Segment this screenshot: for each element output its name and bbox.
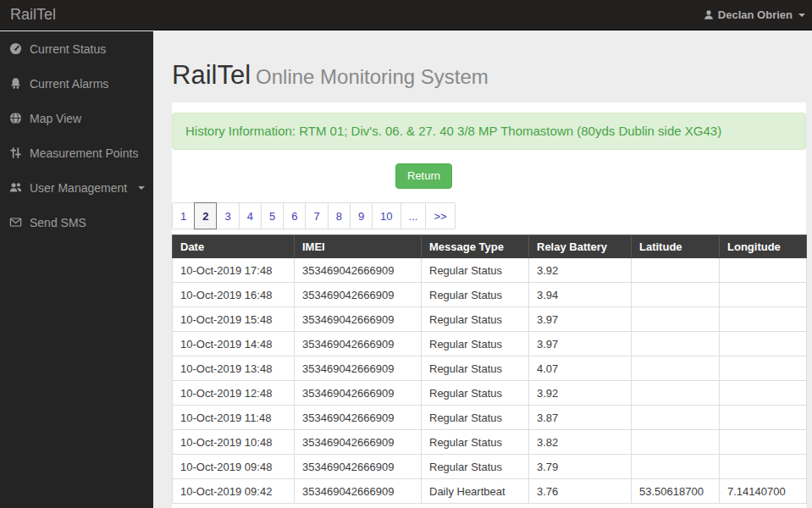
table-cell: Regular Status [422,430,529,455]
table-cell [720,356,807,381]
sidebar-item-send-sms[interactable]: Send SMS [0,205,153,240]
table-cell: Daily Heartbeat [422,479,529,504]
sidebar-item-measurement-points[interactable]: Measurement Points [0,135,153,170]
table-cell: 353469042666909 [295,307,422,332]
table-cell: 3.87 [529,406,632,430]
user-menu[interactable]: Declan Obrien [704,8,812,21]
table-cell: 3.92 [529,381,632,406]
table-cell [632,258,720,283]
table-cell [720,307,807,332]
column-header-date: Date [173,235,295,258]
user-name: Declan Obrien [718,8,793,21]
table-cell: 4.07 [529,356,632,381]
pagination-page-[interactable]: >> [425,202,455,229]
return-button[interactable]: Return [395,163,452,189]
globe-icon [9,112,22,124]
table-cell [632,307,720,332]
table-cell [720,332,807,356]
table-row: 10-Oct-2019 17:48353469042666909Regular … [173,258,807,283]
table-cell [632,356,720,381]
user-icon [704,9,714,20]
sidebar-item-label: Measurement Points [30,146,138,160]
pagination-page-1[interactable]: 1 [172,202,195,229]
sidebar-menu: Current StatusCurrent AlarmsMap ViewMeas… [0,31,153,240]
table-row: 10-Oct-2019 11:48353469042666909Regular … [173,406,807,430]
column-header-longitude: Longitude [720,235,807,258]
table-cell: 10-Oct-2019 11:48 [173,406,295,430]
table-cell [720,283,807,307]
pagination-page-3[interactable]: 3 [216,202,239,229]
table-row: 10-Oct-2019 13:48353469042666909Regular … [173,356,807,381]
table-cell [720,406,807,430]
sidebar-item-label: Current Status [30,42,106,56]
sidebar-item-label: Send SMS [30,216,86,229]
table-cell [720,455,807,479]
table-cell [632,406,720,430]
sidebar-item-current-alarms[interactable]: Current Alarms [0,66,153,101]
table-row: 10-Oct-2019 12:48353469042666909Regular … [173,381,807,406]
table-cell: 3.97 [529,307,632,332]
table-row: 10-Oct-2019 09:48353469042666909Regular … [173,455,807,479]
sidebar-item-user-management[interactable]: User Management [0,170,153,205]
table-cell: 10-Oct-2019 13:48 [173,356,295,381]
table-cell: 353469042666909 [295,332,422,356]
table-header: DateIMEIMessage TypeRelay BatteryLatitud… [173,235,807,258]
alarm-icon [9,77,22,90]
pagination-page-2[interactable]: 2 [194,202,217,229]
dashboard-icon [9,42,22,55]
table-cell: 353469042666909 [295,455,422,479]
table-row: 10-Oct-2019 10:48353469042666909Regular … [173,430,807,455]
table-cell: 10-Oct-2019 12:48 [173,381,295,406]
table-cell: Regular Status [422,406,529,430]
table-cell: Regular Status [422,307,529,332]
column-header-relay-battery: Relay Battery [529,235,632,258]
users-icon [9,181,22,194]
history-info-banner: History Information: RTM 01; Div's. 06. … [172,113,806,150]
table-cell [720,381,807,406]
pagination: 12345678910...>> [172,202,456,229]
main-content: RailTelOnline Monitoring System History … [153,31,812,508]
column-header-imei: IMEI [295,235,422,258]
table-cell [720,258,807,283]
table-cell: 3.82 [529,430,632,455]
page-title-brand: RailTel [172,60,251,90]
return-row: Return [172,163,806,189]
table-cell: 3.76 [529,479,632,504]
table-cell: 53.50618700 [632,479,720,504]
table-cell: 10-Oct-2019 14:48 [173,332,295,356]
table-cell: 353469042666909 [295,381,422,406]
pagination-page-6[interactable]: 6 [283,202,306,229]
column-header-latitude: Latitude [632,235,720,258]
sidebar: Current StatusCurrent AlarmsMap ViewMeas… [0,31,153,508]
measurement-icon [9,146,22,159]
brand-logo[interactable]: RailTel [0,6,56,24]
table-cell: 3.97 [529,332,632,356]
chevron-down-icon [798,14,805,17]
table-cell: 353469042666909 [295,406,422,430]
pagination-page-[interactable]: ... [400,202,427,229]
pagination-page-10[interactable]: 10 [372,202,400,229]
sidebar-item-map-view[interactable]: Map View [0,101,153,135]
column-header-message-type: Message Type [422,235,529,258]
table-cell: 3.94 [529,283,632,307]
pagination-page-4[interactable]: 4 [239,202,262,229]
sidebar-item-current-status[interactable]: Current Status [0,31,153,66]
chevron-down-icon [138,186,145,190]
table-cell: 3.92 [529,258,632,283]
table-cell: Regular Status [422,455,529,479]
table-cell: Regular Status [422,381,529,406]
table-row: 10-Oct-2019 09:42353469042666909Daily He… [173,479,807,504]
envelope-icon [9,216,22,229]
table-cell [632,283,720,307]
history-table: DateIMEIMessage TypeRelay BatteryLatitud… [172,235,807,504]
pagination-page-5[interactable]: 5 [261,202,284,229]
pagination-page-8[interactable]: 8 [328,202,351,229]
sidebar-item-label: User Management [30,181,127,195]
table-cell: 353469042666909 [295,479,422,504]
pagination-page-7[interactable]: 7 [305,202,328,229]
table-cell [632,430,720,455]
table-cell [632,455,720,479]
page-title-subtitle: Online Monitoring System [256,65,489,88]
pagination-page-9[interactable]: 9 [350,202,373,229]
table-cell: Regular Status [422,332,529,356]
